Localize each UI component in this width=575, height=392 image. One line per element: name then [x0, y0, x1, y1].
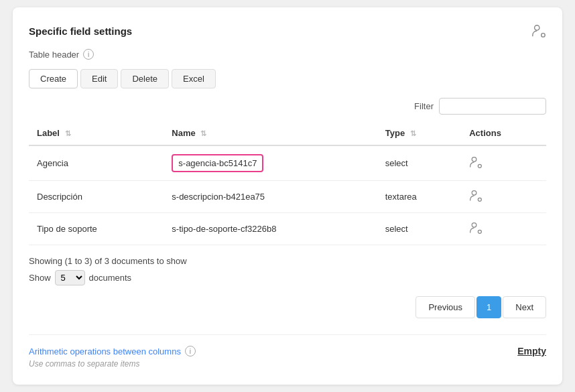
type-sort-icon[interactable]: ⇅ — [410, 129, 416, 138]
card-header: Specific field settings — [29, 23, 546, 38]
svg-point-6 — [472, 223, 476, 228]
show-label: Show — [29, 273, 51, 283]
arith-info-icon[interactable]: i — [185, 346, 196, 356]
pagination-row: Previous 1 Next — [29, 296, 546, 318]
cell-actions — [461, 145, 546, 181]
svg-point-0 — [535, 25, 539, 30]
col-label: Label ⇅ — [29, 121, 164, 145]
cell-type: select — [377, 145, 462, 181]
action-user-icon[interactable] — [469, 161, 483, 171]
svg-point-2 — [472, 157, 476, 162]
action-user-icon[interactable] — [469, 226, 483, 237]
filter-label: Filter — [414, 101, 434, 111]
table-header-row: Label ⇅ Name ⇅ Type ⇅ Actions — [29, 121, 546, 145]
cell-type: textarea — [377, 181, 462, 213]
delete-button[interactable]: Delete — [121, 69, 169, 88]
table-row: Tipo de soportes-tipo-de-soporte-cf3226b… — [29, 213, 546, 245]
cell-type: select — [377, 213, 462, 245]
main-card: Specific field settings Table header i C… — [13, 7, 562, 385]
table-row: Descripcións-descripcion-b421ea75textare… — [29, 181, 546, 213]
cell-label: Agencia — [29, 145, 164, 181]
user-settings-icon[interactable] — [531, 23, 546, 38]
create-button[interactable]: Create — [29, 69, 78, 88]
svg-point-4 — [472, 191, 476, 196]
col-name: Name ⇅ — [164, 121, 377, 145]
cell-actions — [461, 213, 546, 245]
cell-label: Tipo de soporte — [29, 213, 164, 245]
svg-point-5 — [478, 198, 482, 201]
data-table: Label ⇅ Name ⇅ Type ⇅ Actions Agencias-a… — [29, 121, 546, 245]
page-1-button[interactable]: 1 — [476, 296, 501, 318]
arith-label-row: Arithmetic operations between columns i — [29, 346, 517, 356]
divider — [29, 334, 546, 335]
arith-section: Arithmetic operations between columns i … — [29, 346, 517, 369]
svg-point-3 — [478, 164, 482, 168]
cell-name: s-descripcion-b421ea75 — [164, 181, 377, 213]
cell-name: s-agencia-bc5141c7 — [164, 145, 377, 181]
col-actions: Actions — [461, 121, 546, 145]
empty-label: Empty — [517, 346, 546, 356]
action-user-icon[interactable] — [469, 194, 483, 204]
cell-label: Descripción — [29, 181, 164, 213]
arith-hint: Use commas to separate items — [29, 359, 517, 369]
show-row: Show 5 10 25 documents — [29, 270, 546, 285]
previous-button[interactable]: Previous — [416, 296, 475, 318]
filter-input[interactable] — [439, 98, 546, 115]
toolbar: Create Edit Delete Excel — [29, 69, 546, 88]
svg-point-1 — [541, 34, 546, 37]
cell-actions — [461, 181, 546, 213]
col-type: Type ⇅ — [377, 121, 462, 145]
filter-row: Filter — [29, 98, 546, 115]
highlighted-name: s-agencia-bc5141c7 — [172, 154, 263, 172]
label-sort-icon[interactable]: ⇅ — [65, 129, 71, 138]
cell-name: s-tipo-de-soporte-cf3226b8 — [164, 213, 377, 245]
table-row: Agencias-agencia-bc5141c7select — [29, 145, 546, 181]
next-button[interactable]: Next — [503, 296, 546, 318]
pagination-info: Showing (1 to 3) of 3 documents to show — [29, 256, 546, 266]
name-sort-icon[interactable]: ⇅ — [200, 129, 206, 138]
section-label: Table header i — [29, 49, 546, 60]
excel-button[interactable]: Excel — [172, 69, 216, 88]
bottom-section: Arithmetic operations between columns i … — [29, 346, 546, 369]
svg-point-7 — [478, 230, 482, 233]
edit-button[interactable]: Edit — [80, 69, 118, 88]
card-title: Specific field settings — [29, 25, 132, 37]
table-header-info-icon[interactable]: i — [83, 49, 94, 60]
show-select[interactable]: 5 10 25 — [55, 270, 85, 285]
docs-label: documents — [89, 273, 132, 283]
